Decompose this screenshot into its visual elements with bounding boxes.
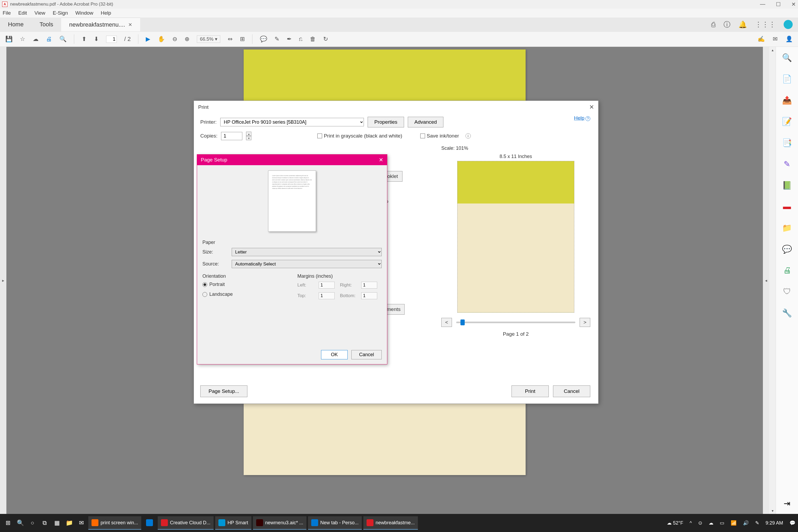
pointer-icon[interactable]: ▶ [146, 36, 150, 42]
page-down-icon[interactable]: ⬇ [94, 36, 99, 42]
hand-icon[interactable]: ✋ [158, 36, 165, 42]
right-margin-input[interactable] [361, 282, 377, 289]
copies-spinner[interactable]: ▴▾ [246, 132, 251, 140]
volume-icon[interactable]: 🔊 [743, 520, 749, 526]
size-select[interactable]: Letter [232, 248, 382, 256]
top-margin-input[interactable] [319, 292, 335, 299]
print-button[interactable]: Print [512, 385, 549, 397]
menu-esign[interactable]: E-Sign [53, 10, 68, 16]
start-button[interactable]: ⊞ [3, 518, 13, 528]
close-button[interactable]: ✕ [791, 1, 796, 7]
preview-slider[interactable] [456, 322, 575, 323]
zoom-in-icon[interactable]: ⊕ [185, 36, 189, 42]
share-icon[interactable]: ⎙ [711, 20, 716, 29]
stamp-icon[interactable]: ⎌ [299, 36, 302, 42]
menu-edit[interactable]: Edit [18, 10, 27, 16]
bottom-margin-input[interactable] [361, 292, 377, 299]
landscape-radio[interactable]: Landscape [203, 291, 287, 297]
edit-pdf-icon[interactable]: 📝 [782, 116, 793, 127]
pen-icon[interactable]: ✎ [755, 520, 759, 526]
scroll-down-icon[interactable]: ▾ [769, 508, 776, 514]
avatar[interactable] [784, 20, 793, 29]
left-panel-handle[interactable]: ▸ [0, 47, 6, 514]
menu-help[interactable]: Help [101, 10, 111, 16]
page-up-icon[interactable]: ⬆ [82, 36, 87, 42]
page-number-input[interactable] [106, 36, 117, 43]
preview-prev-button[interactable]: < [441, 318, 452, 327]
menu-file[interactable]: File [3, 10, 11, 16]
taskbar-item-hp[interactable]: HP Smart [215, 516, 251, 530]
mail-icon[interactable]: ✉ [773, 36, 778, 42]
organize-icon[interactable]: 📑 [782, 137, 793, 148]
right-panel-handle[interactable]: ◂ [763, 47, 769, 514]
taskbar-item-cc[interactable]: Creative Cloud D... [158, 516, 214, 530]
help-icon[interactable]: ⓘ [723, 20, 730, 29]
signature-icon[interactable]: ✍ [758, 36, 765, 42]
compress-icon[interactable]: 📁 [782, 222, 793, 233]
source-select[interactable]: Automatically Select [232, 260, 382, 268]
comment-icon[interactable]: 💬 [260, 36, 267, 42]
search-icon[interactable]: 🔍 [15, 518, 25, 528]
protect-print-icon[interactable]: 🖨 [782, 265, 793, 276]
taskbar-item-snip[interactable]: print screen win... [88, 516, 141, 530]
left-margin-input[interactable] [319, 282, 335, 289]
copies-input[interactable] [221, 132, 242, 140]
highlight-icon[interactable]: ✎ [274, 36, 279, 42]
tab-tools[interactable]: Tools [32, 18, 61, 32]
search-zoom-icon[interactable]: 🔍 [59, 36, 66, 42]
wifi-icon[interactable]: 📶 [731, 520, 737, 526]
ok-button[interactable]: OK [321, 350, 348, 359]
tab-close-icon[interactable]: ✕ [128, 22, 132, 28]
redact-icon[interactable]: ▬ [782, 201, 793, 212]
fill-sign-icon[interactable]: ✎ [782, 158, 793, 169]
advanced-button[interactable]: Advanced [408, 117, 444, 128]
apps-grid-icon[interactable]: ⋮⋮⋮ [755, 20, 776, 29]
properties-button[interactable]: Properties [367, 117, 404, 128]
saveink-checkbox[interactable]: Save ink/toner [420, 133, 459, 139]
widgets-icon[interactable]: ▦ [52, 518, 62, 528]
taskbar-item-edge[interactable] [143, 516, 156, 530]
tab-home[interactable]: Home [0, 18, 32, 32]
clock[interactable]: 9:29 AM [765, 520, 783, 526]
grayscale-checkbox[interactable]: Print in grayscale (black and white) [317, 133, 402, 139]
maximize-button[interactable]: ☐ [776, 1, 781, 7]
combine-icon[interactable]: 📗 [782, 180, 793, 190]
comment-tool-icon[interactable]: 💬 [782, 244, 793, 254]
help-link[interactable]: Help? [574, 115, 590, 121]
shield-icon[interactable]: 🛡 [782, 286, 793, 297]
slider-thumb[interactable] [460, 320, 465, 325]
fit-width-icon[interactable]: ⇔ [228, 36, 232, 42]
portrait-radio[interactable]: Portrait [203, 282, 287, 287]
tray-chevron-icon[interactable]: ^ [690, 520, 692, 526]
notifications-icon[interactable]: 💬 [790, 520, 795, 526]
taskbar-item-acrobat[interactable]: newbreakfastme... [363, 516, 418, 530]
collapse-panel-icon[interactable]: ⇥ [782, 498, 793, 509]
zoom-tool-icon[interactable]: 🔍 [782, 52, 793, 63]
tab-document[interactable]: newbreakfastmenu.... ✕ [61, 18, 140, 32]
minimize-button[interactable]: — [760, 1, 765, 7]
spinner-down-icon[interactable]: ▾ [246, 136, 251, 140]
mail-icon[interactable]: ✉ [76, 518, 87, 528]
info-icon[interactable]: i [466, 133, 471, 138]
location-icon[interactable]: ⊙ [698, 520, 702, 526]
print-dialog-close-icon[interactable]: ✕ [589, 104, 594, 111]
taskview-icon[interactable]: ⧉ [39, 518, 50, 528]
create-pdf-icon[interactable]: 📄 [782, 73, 793, 84]
zoom-dropdown[interactable]: 66.5% ▾ [197, 35, 220, 43]
preview-next-button[interactable]: > [580, 318, 590, 327]
taskbar-item-ai[interactable]: newmenu3.aic* ... [253, 516, 306, 530]
cortana-icon[interactable]: ○ [27, 518, 38, 528]
cancel-button[interactable]: Cancel [553, 385, 590, 397]
cloud-upload-icon[interactable]: ☁ [33, 36, 39, 42]
explorer-icon[interactable]: 📁 [64, 518, 75, 528]
spinner-up-icon[interactable]: ▴ [246, 132, 251, 136]
star-icon[interactable]: ☆ [20, 36, 25, 42]
bell-icon[interactable]: 🔔 [738, 20, 747, 29]
sign-icon[interactable]: ✒ [287, 36, 291, 42]
taskbar-item-edge2[interactable]: New tab - Perso... [308, 516, 362, 530]
menu-window[interactable]: Window [75, 10, 93, 16]
rotate-icon[interactable]: ↻ [323, 36, 328, 42]
save-icon[interactable]: 💾 [5, 36, 13, 42]
page-setup-button[interactable]: Page Setup... [200, 385, 247, 397]
onedrive-icon[interactable]: ☁ [709, 520, 714, 526]
